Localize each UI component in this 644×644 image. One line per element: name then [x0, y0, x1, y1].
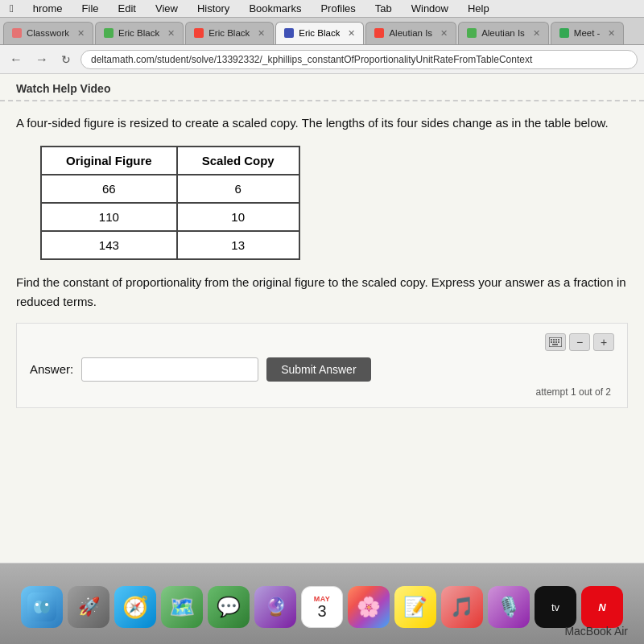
- tab-close-classwork[interactable]: ✕: [77, 28, 85, 39]
- problem-area: A four-sided figure is resized to create…: [0, 101, 644, 416]
- address-input[interactable]: [80, 50, 638, 69]
- dock-podcasts[interactable]: 🎙️: [488, 586, 530, 628]
- watch-help-label[interactable]: Watch Help Video: [16, 82, 110, 95]
- svg-rect-2: [553, 339, 555, 341]
- menu-help[interactable]: Help: [464, 2, 493, 14]
- tab-label-aleutian1: Aleutian Is: [389, 28, 432, 38]
- dock: 🚀 🧭 🗺️ 💬 🔮 MAY 3 🌸 📝: [0, 564, 644, 636]
- dock-finder[interactable]: [21, 586, 63, 628]
- answer-toolbar: − +: [30, 333, 614, 351]
- dock-launchpad[interactable]: 🚀: [68, 586, 109, 628]
- zoom-in-icon[interactable]: +: [593, 333, 614, 351]
- tab-label-meet: Meet -: [574, 28, 601, 38]
- tab-ericblack2[interactable]: Eric Black ✕: [185, 22, 274, 44]
- proportionality-table: Original Figure Scaled Copy 66 6 110 10 …: [40, 146, 300, 260]
- tab-aleutian1[interactable]: Aleutian Is ✕: [365, 22, 456, 44]
- menu-file[interactable]: File: [79, 2, 102, 14]
- tab-label-ericblack3: Eric Black: [299, 28, 340, 38]
- dock-notes[interactable]: 📝: [394, 586, 436, 628]
- svg-rect-4: [558, 339, 559, 341]
- tab-bar: Classwork ✕ Eric Black ✕ Eric Black ✕ Er…: [0, 18, 644, 45]
- tab-icon-ericblack3: [284, 28, 294, 38]
- reload-button[interactable]: ↻: [58, 52, 74, 68]
- menu-profiles[interactable]: Profiles: [317, 2, 358, 14]
- cell-original-1: 66: [41, 175, 177, 203]
- menu-bar:  hrome File Edit View History Bookmarks…: [0, 0, 644, 18]
- menu-edit[interactable]: Edit: [115, 2, 139, 14]
- menu-bookmarks[interactable]: Bookmarks: [246, 2, 304, 14]
- menu-chrome[interactable]: hrome: [30, 2, 66, 14]
- dock-photos[interactable]: 🌸: [348, 586, 390, 628]
- keyboard-icon[interactable]: [545, 333, 566, 351]
- menu-view[interactable]: View: [152, 2, 181, 14]
- zoom-out-icon[interactable]: −: [569, 333, 590, 351]
- tab-label-ericblack1: Eric Black: [118, 28, 159, 38]
- messages-icon: 💬: [217, 596, 241, 618]
- dock-appletv[interactable]: tv: [535, 586, 576, 628]
- photos-icon: 🌸: [357, 596, 381, 618]
- tab-aleutian2[interactable]: Aleutian Is ✕: [458, 22, 549, 44]
- watch-help-bar: Watch Help Video: [0, 74, 644, 101]
- answer-row: Answer: Submit Answer: [30, 357, 614, 382]
- submit-button[interactable]: Submit Answer: [266, 357, 370, 382]
- dock-music[interactable]: 🎵: [441, 586, 483, 628]
- cell-original-2: 110: [41, 203, 177, 231]
- menu-window[interactable]: Window: [408, 2, 452, 14]
- safari-icon: 🧭: [122, 595, 148, 620]
- tab-close-ericblack1[interactable]: ✕: [167, 28, 175, 39]
- forward-button[interactable]: →: [32, 51, 52, 68]
- dock-messages[interactable]: 💬: [208, 586, 250, 628]
- svg-point-13: [35, 603, 39, 606]
- tab-close-meet[interactable]: ✕: [608, 28, 615, 39]
- maps-icon: 🗺️: [169, 595, 195, 620]
- tab-close-ericblack3[interactable]: ✕: [348, 28, 355, 39]
- tab-icon-meet: [559, 28, 569, 38]
- dock-calendar[interactable]: MAY 3: [301, 586, 343, 628]
- address-bar: ← → ↻: [0, 45, 644, 74]
- svg-rect-8: [558, 341, 559, 343]
- dock-siri[interactable]: 🔮: [254, 586, 296, 628]
- tab-label-aleutian2: Aleutian Is: [481, 28, 525, 38]
- menu-tab[interactable]: Tab: [372, 2, 395, 14]
- music-icon: 🎵: [450, 596, 474, 618]
- calendar-day: 3: [317, 603, 326, 619]
- dock-area: 🚀 🧭 🗺️ 💬 🔮 MAY 3 🌸 📝: [0, 564, 644, 644]
- svg-rect-3: [555, 339, 557, 341]
- siri-icon: 🔮: [265, 597, 287, 617]
- macbook-label: MacBook Air: [564, 625, 628, 638]
- svg-rect-9: [552, 344, 558, 345]
- col-header-original: Original Figure: [41, 147, 177, 175]
- dock-netflix[interactable]: N: [581, 586, 623, 628]
- launchpad-icon: 🚀: [78, 597, 100, 617]
- tab-ericblack1[interactable]: Eric Black ✕: [95, 22, 184, 44]
- tab-close-aleutian1[interactable]: ✕: [440, 28, 448, 39]
- tab-close-aleutian2[interactable]: ✕: [533, 28, 540, 39]
- answer-label: Answer:: [30, 362, 73, 376]
- menu-history[interactable]: History: [194, 2, 233, 14]
- tab-ericblack3[interactable]: Eric Black ✕: [275, 22, 364, 44]
- svg-rect-6: [553, 341, 555, 343]
- netflix-icon: N: [598, 601, 605, 613]
- cell-scaled-1: 6: [177, 175, 299, 203]
- question-text: Find the constant of proportionality fro…: [16, 273, 628, 312]
- tab-close-ericblack2[interactable]: ✕: [258, 28, 265, 39]
- cell-original-3: 143: [41, 231, 177, 259]
- tab-icon-classwork: [12, 28, 22, 38]
- table-row: 143 13: [41, 231, 299, 259]
- menu-apple[interactable]: : [6, 2, 17, 14]
- dock-safari[interactable]: 🧭: [114, 586, 156, 628]
- back-button[interactable]: ←: [6, 51, 26, 68]
- tab-icon-aleutian2: [467, 28, 477, 38]
- tab-icon-ericblack2: [194, 28, 204, 38]
- dock-maps[interactable]: 🗺️: [161, 586, 203, 628]
- answer-section: − + Answer: Submit Answer attempt 1 out …: [16, 323, 628, 408]
- answer-input[interactable]: [81, 357, 258, 382]
- svg-rect-5: [551, 341, 552, 343]
- svg-rect-7: [555, 341, 557, 343]
- tab-meet[interactable]: Meet - ✕: [551, 22, 625, 44]
- appletv-icon: tv: [551, 601, 559, 613]
- svg-point-12: [40, 601, 50, 613]
- table-row: 110 10: [41, 203, 299, 231]
- svg-point-14: [45, 603, 48, 606]
- tab-classwork[interactable]: Classwork ✕: [3, 22, 93, 44]
